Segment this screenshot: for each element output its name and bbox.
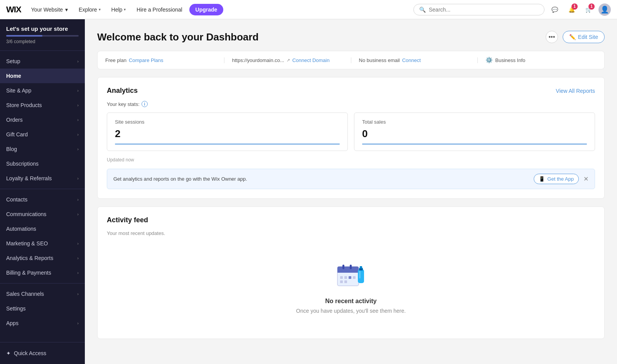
svg-rect-10 — [344, 280, 347, 283]
sidebar-item-marketing-seo[interactable]: Marketing & SEO › — [0, 236, 85, 251]
site-app-chevron-icon: › — [77, 88, 79, 93]
activity-feed-header: Activity feed — [107, 216, 595, 224]
sidebar-item-settings[interactable]: Settings — [0, 301, 85, 316]
sidebar-item-subscriptions[interactable]: Subscriptions — [0, 156, 85, 171]
sidebar-item-communications[interactable]: Communications › — [0, 207, 85, 221]
sidebar-divider-1 — [0, 50, 85, 51]
promo-text: Get analytics and reports on the go with… — [113, 176, 247, 182]
svg-rect-7 — [349, 276, 351, 279]
view-all-reports-link[interactable]: View All Reports — [556, 88, 595, 94]
edit-site-button[interactable]: ✏️ Edit Site — [563, 31, 605, 43]
site-selector[interactable]: Your Website ▾ — [27, 4, 72, 15]
phone-icon: 📱 — [539, 176, 545, 182]
domain-info: https://yourdomain.co... ↗ Connect Domai… — [232, 57, 351, 63]
progress-bar — [6, 35, 79, 37]
sidebar-item-sales-channels[interactable]: Sales Channels › — [0, 287, 85, 301]
svg-rect-2 — [337, 270, 359, 273]
sales-channels-chevron-icon: › — [77, 292, 79, 296]
gear-icon: ⚙️ — [486, 57, 493, 64]
svg-rect-4 — [350, 265, 352, 269]
activity-feed-title: Activity feed — [107, 216, 148, 224]
key-stats-label: Your key stats: i — [107, 101, 595, 107]
app-promo-banner: Get analytics and reports on the go with… — [107, 169, 595, 189]
explore-nav[interactable]: Explore ▾ — [75, 4, 104, 15]
search-input[interactable] — [429, 7, 539, 13]
quick-access-item[interactable]: ✦ Quick Access — [6, 347, 79, 359]
search-icon: 🔍 — [419, 7, 426, 13]
wix-logo[interactable]: WIX — [6, 5, 21, 15]
analytics-card-header: Analytics View All Reports — [107, 87, 595, 95]
user-avatar[interactable]: 👤 — [598, 3, 611, 16]
sidebar-divider-3 — [0, 283, 85, 283]
alert-badge: 1 — [588, 3, 595, 10]
close-promo-button[interactable]: ✕ — [583, 175, 588, 183]
svg-rect-14 — [359, 271, 361, 278]
sidebar-item-analytics-reports[interactable]: Analytics & Reports › — [0, 251, 85, 265]
sidebar-divider-2 — [0, 189, 85, 189]
business-info-item[interactable]: ⚙️ Business Info — [486, 57, 597, 64]
no-activity-state: No recent activity Once you have updates… — [107, 245, 595, 329]
notification-badge: 1 — [571, 3, 578, 10]
sidebar-item-site-app[interactable]: Site & App › — [0, 83, 85, 98]
blog-chevron-icon: › — [77, 147, 79, 151]
hire-professional-nav[interactable]: Hire a Professional — [133, 4, 186, 15]
help-nav[interactable]: Help ▾ — [108, 4, 130, 15]
analytics-chevron-icon: › — [77, 256, 79, 260]
sidebar-item-orders[interactable]: Orders › — [0, 112, 85, 127]
svg-rect-8 — [353, 276, 356, 279]
sidebar-item-blog[interactable]: Blog › — [0, 142, 85, 156]
sales-chart-line — [362, 144, 587, 144]
sidebar-item-gift-card[interactable]: Gift Card › — [0, 127, 85, 142]
search-box: 🔍 — [413, 4, 545, 15]
promo-actions: 📱 Get the App ✕ — [534, 174, 588, 184]
main-layout: Let's set up your store 3/6 completed Se… — [0, 19, 617, 364]
quick-access-icon: ✦ — [6, 350, 11, 356]
get-app-button[interactable]: 📱 Get the App — [534, 174, 579, 184]
compare-plans-link[interactable]: Compare Plans — [129, 57, 164, 63]
communications-chevron-icon: › — [77, 212, 79, 216]
progress-fill — [6, 35, 42, 37]
analytics-card: Analytics View All Reports Your key stat… — [97, 77, 605, 199]
setup-chevron-icon: › — [77, 59, 79, 64]
sidebar-item-billing-payments[interactable]: Billing & Payments › — [0, 265, 85, 280]
site-name: Your Website — [31, 7, 63, 13]
sidebar-item-automations[interactable]: Automations — [0, 221, 85, 236]
alert-button[interactable]: 🛒 1 — [582, 3, 595, 17]
key-stats-info-button[interactable]: i — [142, 101, 148, 107]
loyalty-chevron-icon: › — [77, 176, 79, 181]
info-bar: Free plan Compare Plans https://yourdoma… — [97, 51, 605, 69]
page-title: Welcome back to your Dashboard — [97, 31, 259, 43]
help-chevron-icon: ▾ — [124, 7, 126, 12]
svg-rect-5 — [340, 276, 343, 279]
svg-rect-11 — [358, 269, 364, 283]
marketing-chevron-icon: › — [77, 241, 79, 246]
activity-subtitle: Your most recent updates. — [107, 230, 595, 236]
sessions-value: 2 — [115, 128, 340, 140]
sessions-chart-line — [115, 144, 340, 144]
sidebar-item-setup[interactable]: Setup › — [0, 54, 85, 69]
connect-domain-link[interactable]: Connect Domain — [292, 57, 330, 63]
sidebar-item-contacts[interactable]: Contacts › — [0, 192, 85, 207]
notifications-bell-button[interactable]: 🔔 1 — [565, 3, 578, 17]
stat-box-sales: Total sales 0 — [354, 112, 595, 151]
apps-chevron-icon: › — [77, 321, 79, 325]
sidebar-item-home[interactable]: Home — [0, 69, 85, 83]
more-options-button[interactable]: ••• — [546, 31, 558, 43]
site-chevron-icon: ▾ — [65, 7, 68, 13]
sidebar-item-apps[interactable]: Apps › — [0, 316, 85, 330]
page-header: Welcome back to your Dashboard ••• ✏️ Ed… — [97, 31, 605, 43]
svg-rect-6 — [344, 276, 347, 279]
no-activity-desc: Once you have updates, you'll see them h… — [296, 308, 406, 314]
sidebar-item-store-products[interactable]: Store Products › — [0, 98, 85, 112]
connect-email-link[interactable]: Connect — [402, 57, 421, 63]
svg-rect-3 — [342, 265, 344, 269]
quick-access-label: Quick Access — [14, 350, 46, 356]
stats-grid: Site sessions 2 Total sales 0 — [107, 112, 595, 151]
messages-button[interactable]: 💬 — [548, 3, 561, 17]
completed-text: 3/6 completed — [6, 39, 79, 44]
sidebar-bottom: ✦ Quick Access — [0, 342, 85, 364]
upgrade-button[interactable]: Upgrade — [189, 4, 224, 15]
top-nav: WIX Your Website ▾ Explore ▾ Help ▾ Hire… — [0, 0, 617, 19]
sidebar-item-loyalty-referrals[interactable]: Loyalty & Referrals › — [0, 171, 85, 186]
explore-chevron-icon: ▾ — [99, 7, 101, 12]
